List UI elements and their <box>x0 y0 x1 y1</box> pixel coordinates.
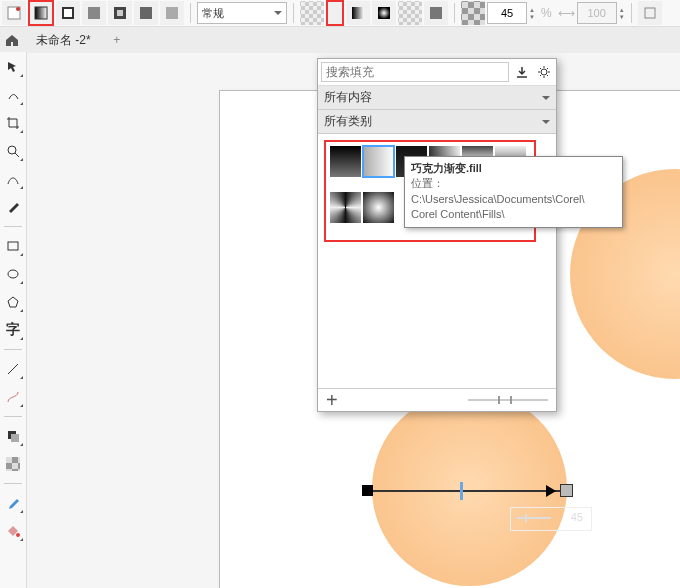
artistic-media-tool[interactable] <box>2 196 24 218</box>
style-value: 常规 <box>202 6 224 21</box>
fill-popup-footer: + <box>318 388 556 411</box>
fill-mode-7-button[interactable] <box>160 1 184 25</box>
angle-input[interactable] <box>487 2 527 24</box>
inline-value-widget: 45 <box>510 507 592 531</box>
tooltip-path: 位置：C:\Users\Jessica\Documents\Corel\ Cor… <box>411 176 616 222</box>
crop-tool[interactable] <box>2 112 24 134</box>
top-toolbar: 常规 ▲▼ % ⟷ ▲▼ <box>0 0 680 27</box>
gradient-axis[interactable] <box>368 490 568 492</box>
separator <box>4 416 22 417</box>
chevron-down-icon <box>542 120 550 124</box>
svg-rect-13 <box>645 8 655 18</box>
canvas[interactable]: 45 所有内容 所有类别 + <box>27 53 680 588</box>
fill-mode-4-button[interactable] <box>82 1 106 25</box>
toolbox: 字 <box>0 52 27 588</box>
tooltip-title: 巧克力渐变.fill <box>411 161 616 176</box>
grad-type-4-button[interactable] <box>424 1 448 25</box>
fill-picker-popup: 所有内容 所有类别 + <box>317 58 557 412</box>
ellipse-object-2[interactable] <box>372 391 567 586</box>
separator <box>4 226 22 227</box>
gradient-start-node[interactable] <box>362 485 373 496</box>
gradient-fill-button[interactable] <box>28 0 54 26</box>
opacity-spinners: ▲▼ <box>619 7 625 20</box>
document-tab[interactable]: 未命名 -2* <box>28 32 99 49</box>
pick-tool[interactable] <box>2 56 24 78</box>
transparency-type-button[interactable] <box>300 1 324 25</box>
separator <box>4 483 22 484</box>
svg-rect-8 <box>140 7 152 19</box>
angle-spinners[interactable]: ▲▼ <box>529 7 535 20</box>
svg-point-14 <box>8 146 16 154</box>
gradient-arrow-icon <box>546 485 556 497</box>
home-icon[interactable] <box>4 32 20 48</box>
fill-mode-1-button[interactable] <box>2 1 26 25</box>
style-dropdown[interactable]: 常规 <box>197 2 287 24</box>
thumbnail-size-slider[interactable] <box>468 399 548 401</box>
chevron-down-icon <box>274 11 282 15</box>
pattern-fill-button[interactable] <box>56 1 80 25</box>
inline-value: 45 <box>571 511 583 523</box>
connector-tool[interactable] <box>2 386 24 408</box>
new-tab-button[interactable]: + <box>107 33 127 47</box>
extra-option-button[interactable] <box>638 1 662 25</box>
separator <box>4 349 22 350</box>
ellipse-tool[interactable] <box>2 263 24 285</box>
filter-label: 所有内容 <box>324 89 372 106</box>
chevron-down-icon <box>542 96 550 100</box>
fill-mode-6-button[interactable] <box>134 1 158 25</box>
rectangle-tool[interactable] <box>2 235 24 257</box>
separator <box>631 3 632 23</box>
svg-rect-15 <box>8 242 18 250</box>
grad-type-3-button[interactable] <box>398 1 422 25</box>
grad-type-1-button[interactable] <box>346 1 370 25</box>
svg-rect-7 <box>117 10 123 16</box>
gear-icon[interactable] <box>535 63 553 81</box>
drop-shadow-tool[interactable] <box>2 425 24 447</box>
svg-point-20 <box>541 69 547 75</box>
polygon-tool[interactable] <box>2 291 24 313</box>
gradient-mid-node[interactable] <box>460 482 463 500</box>
svg-point-19 <box>16 533 20 537</box>
fill-search-input[interactable] <box>321 62 509 82</box>
svg-rect-2 <box>35 7 47 19</box>
fill-swatch[interactable] <box>330 146 361 177</box>
svg-rect-10 <box>352 7 364 19</box>
fill-swatch[interactable] <box>330 192 361 223</box>
fill-swatch[interactable] <box>363 192 394 223</box>
grad-type-2-button[interactable] <box>372 1 396 25</box>
import-icon[interactable] <box>513 63 531 81</box>
filter-label: 所有类别 <box>324 113 372 130</box>
opacity-link-icon: ⟷ <box>558 6 575 20</box>
dimension-tool[interactable] <box>2 358 24 380</box>
shape-tool[interactable] <box>2 84 24 106</box>
freehand-tool[interactable] <box>2 168 24 190</box>
separator <box>190 3 191 23</box>
add-fill-button[interactable]: + <box>326 393 338 407</box>
separator <box>454 3 455 23</box>
fill-tooltip: 巧克力渐变.fill 位置：C:\Users\Jessica\Documents… <box>404 156 623 228</box>
svg-rect-11 <box>378 7 390 19</box>
plus-icon: + <box>113 33 120 47</box>
zoom-tool[interactable] <box>2 140 24 162</box>
fill-search-row <box>318 59 556 86</box>
gradient-picker-dropdown[interactable] <box>326 0 344 26</box>
content-filter-dropdown[interactable]: 所有内容 <box>318 86 556 110</box>
fill-mode-5-button[interactable] <box>108 1 132 25</box>
svg-rect-5 <box>88 7 100 19</box>
gradient-end-node[interactable] <box>560 484 573 497</box>
svg-point-16 <box>8 270 18 278</box>
svg-rect-12 <box>430 7 442 19</box>
eyedropper-tool[interactable] <box>2 492 24 514</box>
fill-swatch-selected[interactable] <box>363 146 394 177</box>
document-name: 未命名 -2* <box>36 33 91 47</box>
svg-point-1 <box>16 7 20 11</box>
category-filter-dropdown[interactable]: 所有类别 <box>318 110 556 134</box>
fill-tool[interactable] <box>2 520 24 542</box>
svg-rect-18 <box>11 434 19 442</box>
text-tool[interactable]: 字 <box>2 319 24 341</box>
opacity-icon <box>461 1 485 25</box>
separator <box>293 3 294 23</box>
opacity-input <box>577 2 617 24</box>
svg-rect-4 <box>64 9 72 17</box>
transparency-tool[interactable] <box>2 453 24 475</box>
